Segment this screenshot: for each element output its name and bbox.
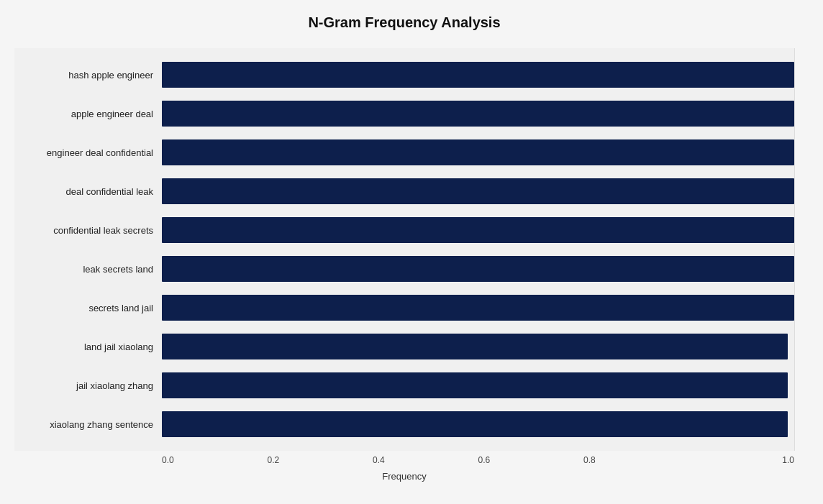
bar-label: deal confidential leak xyxy=(14,186,162,197)
bar-label: confidential leak secrets xyxy=(14,225,162,236)
bar-fill xyxy=(162,101,794,127)
bar-label: jail xiaolang zhang xyxy=(14,380,162,391)
bar-row: hash apple engineer xyxy=(14,56,794,93)
bar-fill xyxy=(162,178,794,204)
bar-label: leak secrets land xyxy=(14,264,162,275)
bar-fill xyxy=(162,411,788,437)
bar-row: deal confidential leak xyxy=(14,173,794,210)
bar-row: xiaolang zhang sentence xyxy=(14,406,794,443)
bar-label: apple engineer deal xyxy=(14,109,162,119)
bar-label: xiaolang zhang sentence xyxy=(14,419,162,430)
bar-label: land jail xiaolang xyxy=(14,342,162,352)
x-axis: 0.00.20.40.60.81.0 xyxy=(162,455,794,465)
chart-title: N-Gram Frequency Analysis xyxy=(14,14,794,31)
bar-label: engineer deal confidential xyxy=(14,147,162,158)
bar-fill xyxy=(162,334,788,359)
bar-track xyxy=(162,334,794,359)
bar-row: engineer deal confidential xyxy=(14,134,794,171)
bar-fill xyxy=(162,256,794,282)
x-tick: 0.4 xyxy=(373,455,478,465)
bar-track xyxy=(162,101,794,127)
bar-row: land jail xiaolang xyxy=(14,328,794,365)
bar-fill xyxy=(162,295,794,321)
bar-fill xyxy=(162,372,788,398)
bar-track xyxy=(162,62,794,88)
bar-fill xyxy=(162,62,794,88)
bar-fill xyxy=(162,139,794,165)
bar-row: secrets land jail xyxy=(14,289,794,326)
bar-track xyxy=(162,372,794,398)
bar-row: apple engineer deal xyxy=(14,95,794,132)
x-tick: 0.0 xyxy=(162,455,268,465)
x-tick: 0.2 xyxy=(268,455,373,465)
x-tick: 0.6 xyxy=(478,455,584,465)
chart-area: hash apple engineerapple engineer dealen… xyxy=(14,48,794,451)
bar-track xyxy=(162,411,794,437)
bar-track xyxy=(162,178,794,204)
chart-container: N-Gram Frequency Analysis hash apple eng… xyxy=(0,0,823,504)
bar-track xyxy=(162,295,794,321)
bar-track xyxy=(162,217,794,243)
bar-row: leak secrets land xyxy=(14,250,794,288)
bar-label: secrets land jail xyxy=(14,303,162,313)
x-tick: 0.8 xyxy=(583,455,689,465)
bar-label: hash apple engineer xyxy=(14,70,162,81)
x-tick: 1.0 xyxy=(689,455,795,465)
bar-track xyxy=(162,139,794,165)
bar-row: jail xiaolang zhang xyxy=(14,367,794,404)
bar-row: confidential leak secrets xyxy=(14,211,794,249)
bar-fill xyxy=(162,217,794,243)
x-axis-label: Frequency xyxy=(14,471,794,482)
bar-track xyxy=(162,256,794,282)
